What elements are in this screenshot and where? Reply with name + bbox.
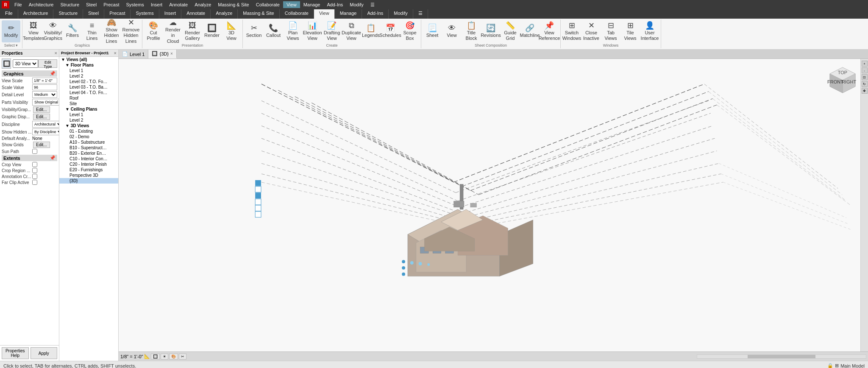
graphics-section-header[interactable]: Graphics 📌 xyxy=(2,70,57,77)
show-hidden-select[interactable]: By Discipline xyxy=(32,128,59,135)
tree-leaf-item[interactable]: Roof xyxy=(59,95,118,101)
tree-leaf-item[interactable]: Level 04 - T.O. Fnd. Wall xyxy=(59,90,118,95)
tab-massing[interactable]: Massing & Site xyxy=(238,9,279,19)
menu-analyze[interactable]: Analyze xyxy=(191,1,214,8)
viewport-tab-level1[interactable]: 📄 Level 1 xyxy=(119,50,148,59)
switch-windows-button[interactable]: ⊞ SwitchWindows xyxy=(562,20,581,42)
render-mode-btn[interactable]: 🎨 xyxy=(169,354,178,360)
sun-path-checkbox[interactable] xyxy=(32,149,37,154)
menu-collaborate[interactable]: Collaborate xyxy=(253,1,283,8)
viewport-tab-3d[interactable]: 🔲 {3D} × xyxy=(148,50,176,59)
guide-grid-button[interactable]: 📏 GuideGrid xyxy=(501,20,520,42)
tree-leaf-item[interactable]: 02 - Demo xyxy=(59,134,118,139)
elevation-button[interactable]: 📊 ElevationView xyxy=(303,20,322,42)
properties-close-icon[interactable]: × xyxy=(55,50,57,56)
cut-profile-button[interactable]: 🎨 CutProfile xyxy=(144,20,163,42)
render-gallery-button[interactable]: 🖼 RenderGallery xyxy=(183,20,202,42)
3d-tab-close-icon[interactable]: × xyxy=(170,51,173,56)
tab-insert[interactable]: Insert xyxy=(159,9,182,19)
tree-leaf-item[interactable]: E20 - Furnishings xyxy=(59,167,118,173)
tree-leaf-item[interactable]: B20 - Exterior Enclosure xyxy=(59,151,118,156)
tree-leaf-item[interactable]: Level 02 - T.O. Footing xyxy=(59,79,118,84)
render-cloud-button[interactable]: ☁ Renderin Cloud xyxy=(164,20,182,42)
viewcube[interactable]: TOP RIGHT FRONT xyxy=(826,63,860,97)
tree-leaf-item[interactable]: Level 1 xyxy=(59,112,118,117)
parts-visibility-select[interactable]: Show Original xyxy=(32,99,59,106)
far-clip-checkbox[interactable] xyxy=(32,180,37,185)
tree-group-item[interactable]: ▼ 3D Views xyxy=(59,123,118,128)
view-templates-button[interactable]: 🖼 ViewTemplates xyxy=(24,20,43,42)
callout-button[interactable]: 📞 Callout xyxy=(264,20,283,42)
section-button[interactable]: ✂ Section xyxy=(245,20,263,42)
edit-type-button[interactable]: Edit Type xyxy=(38,59,57,68)
tree-leaf-item[interactable]: Perspective 3D xyxy=(59,173,118,178)
scale-value-input[interactable] xyxy=(32,84,57,90)
tab-modify[interactable]: Modify xyxy=(389,9,413,19)
menu-view[interactable]: View xyxy=(283,1,300,8)
zoom-in-button[interactable]: + xyxy=(862,61,868,67)
zoom-out-button[interactable]: - xyxy=(862,67,868,73)
tree-leaf-item[interactable]: {3D} xyxy=(59,178,118,184)
tree-leaf-item[interactable]: A10 - Substructure xyxy=(59,139,118,145)
tab-analyze[interactable]: Analyze xyxy=(211,9,238,19)
modify-button[interactable]: ✏ Modify xyxy=(2,20,20,42)
extents-section-header[interactable]: Extents 📌 xyxy=(2,155,57,161)
show-grids-edit-button[interactable]: Edit... xyxy=(33,142,50,148)
menu-insert[interactable]: Insert xyxy=(147,1,166,8)
view-scale-input[interactable] xyxy=(32,78,57,84)
matchline-button[interactable]: 🔗 Matchline xyxy=(520,20,539,42)
show-hidden-lines-button[interactable]: 🙈 ShowHidden Lines xyxy=(102,20,121,42)
remove-hidden-lines-button[interactable]: ✕ RemoveHidden Lines xyxy=(122,20,140,42)
menu-structure[interactable]: Structure xyxy=(57,1,83,8)
visibility-graph-edit-button[interactable]: Edit... xyxy=(33,106,50,113)
revisions-button[interactable]: 🔄 Revisions xyxy=(481,20,500,42)
fit-view-button[interactable]: ⊡ xyxy=(862,74,868,80)
tree-leaf-item[interactable]: Level 03 - T.O. Basement xyxy=(59,84,118,90)
3d-view-button[interactable]: 📐 3DView xyxy=(222,20,241,42)
drafting-button[interactable]: 📝 DraftingView xyxy=(323,20,341,42)
tree-leaf-item[interactable]: Site xyxy=(59,101,118,106)
tab-precast[interactable]: Precast xyxy=(104,9,131,19)
properties-help-button[interactable]: Properties Help xyxy=(2,347,29,359)
menu-context[interactable]: ☰ xyxy=(367,1,378,8)
tab-manage[interactable]: Manage xyxy=(335,9,362,19)
graphic-disp-edit-button[interactable]: Edit... xyxy=(33,114,50,120)
tree-group-item[interactable]: ▼ Views (all) xyxy=(59,57,118,62)
browser-close-icon[interactable]: × xyxy=(114,50,117,56)
menu-precast[interactable]: Precast xyxy=(100,1,122,8)
tree-leaf-item[interactable]: Level 2 xyxy=(59,73,118,79)
tab-context[interactable]: ☰ xyxy=(413,9,428,19)
view-reference-button[interactable]: 📌 ViewReference xyxy=(540,20,559,42)
pan-button[interactable]: ✥ xyxy=(862,88,868,94)
visibility-graphics-button[interactable]: 👁 Visibility/Graphics xyxy=(44,20,62,42)
menu-modify[interactable]: Modify xyxy=(346,1,367,8)
tree-leaf-item[interactable]: C10 - Interior Constructio xyxy=(59,156,118,162)
tab-collaborate[interactable]: Collaborate xyxy=(280,9,314,19)
tab-systems[interactable]: Systems xyxy=(131,9,159,19)
menu-massing[interactable]: Massing & Site xyxy=(214,1,252,8)
tab-views-button[interactable]: ⊟ TabViews xyxy=(601,20,620,42)
menu-annotate[interactable]: Annotate xyxy=(166,1,191,8)
filters-button[interactable]: 🔧 Filters xyxy=(63,20,82,42)
menu-systems[interactable]: Systems xyxy=(122,1,147,8)
tab-file[interactable]: File xyxy=(0,9,18,19)
render-button[interactable]: 🔲 Render xyxy=(203,20,221,42)
apply-button[interactable]: Apply xyxy=(31,347,58,359)
crop-btn[interactable]: ✂ xyxy=(179,354,186,360)
tree-leaf-item[interactable]: C20 - Interior Finish xyxy=(59,162,118,167)
tab-structure[interactable]: Structure xyxy=(53,9,83,19)
view-type-select[interactable]: 3D View xyxy=(13,59,38,68)
crop-region-checkbox[interactable] xyxy=(32,168,37,173)
crop-view-checkbox[interactable] xyxy=(32,162,37,167)
menu-file[interactable]: File xyxy=(11,1,25,8)
annotation-cr-checkbox[interactable] xyxy=(32,174,37,179)
tab-steel[interactable]: Steel xyxy=(83,9,104,19)
tab-addins[interactable]: Add-Ins xyxy=(362,9,389,19)
shadow-btn[interactable]: ☀ xyxy=(161,354,168,360)
browser-content[interactable]: ▼ Views (all)▼ Floor Plans Level 1 Level… xyxy=(59,57,118,361)
tree-leaf-item[interactable]: Level 2 xyxy=(59,117,118,123)
hidden-line-btn[interactable]: 🔲 xyxy=(151,354,160,360)
close-inactive-button[interactable]: ✕ CloseInactive xyxy=(582,20,601,42)
tree-group-item[interactable]: ▼ Ceiling Plans xyxy=(59,106,118,112)
thin-lines-button[interactable]: ≡ ThinLines xyxy=(83,20,101,42)
